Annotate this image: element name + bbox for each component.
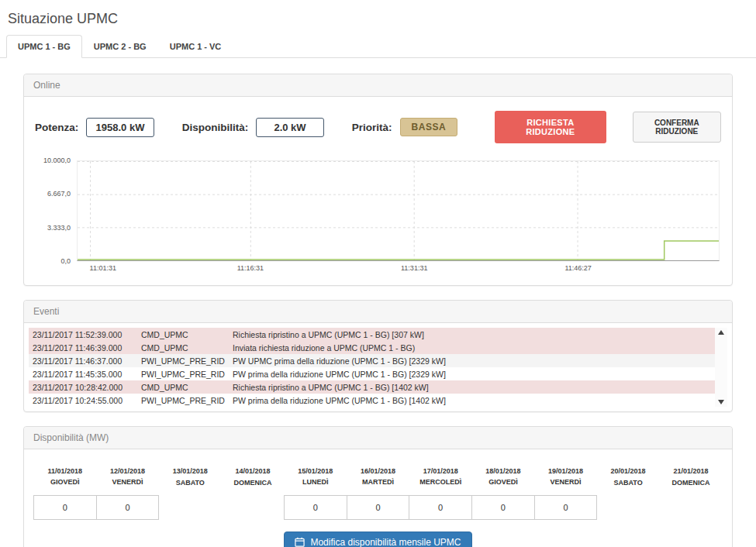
event-description: PW prima della riduzione UPMC (UPMC 1 - … — [229, 367, 715, 380]
event-code: CMD_UPMC — [137, 328, 229, 341]
day-name: MERCOLEDÌ — [411, 476, 471, 487]
day-name: LUNEDÌ — [285, 476, 345, 487]
online-panel: Online Potenza: 1958.0 kW Disponibilità:… — [23, 74, 733, 286]
day-header[interactable]: 20/01/2018SABATO — [597, 459, 660, 495]
chart-line-svg — [78, 161, 719, 260]
event-row: 23/11/2017 10:28:42.000CMD_UPMCRichiesta… — [29, 380, 715, 394]
disponibilita-table: 11/01/2018GIOVEDÌ12/01/2018VENERDÌ13/01/… — [33, 459, 723, 520]
potenza-value: 1958.0 kW — [86, 118, 154, 137]
day-value-cell[interactable]: 0 — [284, 495, 347, 519]
day-value-cell[interactable]: 0 — [34, 495, 97, 519]
day-header[interactable]: 13/01/2018SABATO — [159, 459, 222, 495]
day-name: MARTEDÌ — [348, 476, 408, 487]
day-header[interactable]: 17/01/2018MERCOLEDÌ — [409, 459, 472, 495]
day-date: 20/01/2018 — [599, 466, 658, 476]
event-code: PWI_UPMC_PRE_RID — [137, 394, 229, 407]
event-description: Richiesta ripristino a UPMC (UPMC 1 - BG… — [229, 380, 715, 394]
event-description: PW prima della riduzione UPMC (UPMC 1 - … — [229, 394, 715, 407]
x-tick-label: 11:16:31 — [237, 264, 264, 272]
day-date: 19/01/2018 — [536, 466, 595, 476]
day-date: 14/01/2018 — [223, 466, 283, 476]
priorita-label: Priorità: — [352, 122, 392, 133]
modifica-disponibilita-label: Modifica disponibilità mensile UPMC — [310, 537, 461, 547]
day-value-cell[interactable]: 0 — [409, 495, 472, 519]
potenza-label: Potenza: — [35, 122, 78, 133]
day-value-cell[interactable]: 0 — [534, 495, 597, 519]
day-value-cell[interactable]: 0 — [347, 495, 409, 519]
day-value-cell[interactable] — [660, 495, 723, 519]
event-row: 23/11/2017 10:24:55.000PWI_UPMC_PRE_RIDP… — [29, 394, 715, 407]
eventi-panel: Eventi 23/11/2017 11:52:39.000CMD_UPMCRi… — [23, 300, 733, 412]
chart-y-axis: 10.000,06.667,03.333,00,0 — [33, 160, 77, 261]
day-name: GIOVEDÌ — [36, 476, 95, 487]
modifica-disponibilita-button[interactable]: Modifica disponibilità mensile UPMC — [284, 532, 471, 547]
y-tick-label: 3.333,0 — [47, 224, 71, 232]
day-name: DOMENICA — [223, 477, 283, 488]
day-header[interactable]: 16/01/2018MARTEDÌ — [347, 459, 409, 495]
event-timestamp: 23/11/2017 11:46:37.000 — [29, 354, 137, 367]
day-name: SABATO — [161, 477, 220, 488]
main-content: Online Potenza: 1958.0 kW Disponibilità:… — [0, 58, 756, 547]
day-name: VENERDÌ — [98, 476, 157, 487]
day-value-cell[interactable]: 0 — [96, 495, 159, 519]
event-timestamp: 23/11/2017 10:28:42.000 — [29, 380, 137, 394]
event-code: PWI_UPMC_PRE_RID — [137, 354, 229, 367]
disponibilita-panel: Disponibilità (MW) 11/01/2018GIOVEDÌ12/0… — [23, 426, 733, 547]
x-tick-label: 11:31:31 — [401, 264, 427, 272]
event-code: CMD_UPMC — [137, 380, 229, 394]
disponibilita-label: Disponibilità: — [182, 122, 249, 133]
day-header[interactable]: 19/01/2018VENERDÌ — [534, 459, 597, 495]
tab-bar: UPMC 1 - BGUPMC 2 - BGUPMC 1 - VC — [0, 35, 756, 58]
event-timestamp: 23/11/2017 11:45:35.000 — [29, 367, 137, 380]
day-value-cell[interactable] — [159, 495, 222, 519]
day-header[interactable]: 15/01/2018LUNEDÌ — [284, 459, 347, 495]
event-description: PW UPMC prima della riduzione (UPMC 1 - … — [229, 354, 715, 367]
day-value-cell[interactable] — [222, 495, 285, 519]
event-row: 23/11/2017 11:52:39.000CMD_UPMCRichiesta… — [29, 328, 715, 341]
x-tick-label: 11:01:31 — [90, 264, 116, 272]
event-description: Inviata richiesta riduzione a UPMC (UPMC… — [229, 341, 715, 354]
disponibilita-value: 2.0 kW — [256, 118, 324, 137]
day-date: 17/01/2018 — [411, 466, 471, 476]
day-date: 18/01/2018 — [474, 466, 533, 476]
tab-upmc-1-vc[interactable]: UPMC 1 - VC — [158, 35, 233, 58]
events-scrollbar[interactable] — [715, 328, 727, 407]
event-timestamp: 23/11/2017 10:24:55.000 — [29, 394, 137, 407]
scroll-up-icon[interactable] — [718, 330, 724, 335]
chart-plot-area — [77, 160, 720, 261]
event-row: 23/11/2017 11:45:35.000PWI_UPMC_PRE_RIDP… — [29, 367, 715, 380]
event-code: CMD_UPMC — [137, 341, 229, 354]
event-code: PWI_UPMC_PRE_RID — [137, 367, 229, 380]
event-timestamp: 23/11/2017 11:46:39.000 — [29, 341, 137, 354]
day-header[interactable]: 14/01/2018DOMENICA — [222, 459, 285, 495]
tab-upmc-1-bg[interactable]: UPMC 1 - BG — [6, 35, 82, 58]
power-chart: 10.000,06.667,03.333,00,0 11:01:3111:16:… — [33, 160, 723, 276]
events-list: 23/11/2017 11:52:39.000CMD_UPMCRichiesta… — [24, 323, 732, 411]
calendar-icon — [295, 537, 305, 547]
eventi-panel-title: Eventi — [24, 301, 732, 323]
y-tick-label: 0,0 — [60, 257, 71, 265]
conferma-riduzione-button[interactable]: CONFERMA RIDUZIONE — [633, 112, 721, 143]
richiesta-riduzione-button[interactable]: RICHIESTA RIDUZIONE — [495, 111, 606, 143]
day-name: DOMENICA — [661, 477, 721, 488]
tab-upmc-2-bg[interactable]: UPMC 2 - BG — [82, 35, 158, 58]
day-header[interactable]: 11/01/2018GIOVEDÌ — [34, 459, 97, 495]
day-date: 21/01/2018 — [661, 466, 721, 476]
day-name: GIOVEDÌ — [474, 476, 533, 487]
event-timestamp: 23/11/2017 11:52:39.000 — [29, 328, 137, 341]
y-tick-label: 10.000,0 — [43, 157, 71, 164]
priorita-badge: BASSA — [400, 118, 458, 136]
day-date: 12/01/2018 — [98, 466, 157, 476]
online-controls: Potenza: 1958.0 kW Disponibilità: 2.0 kW… — [33, 105, 723, 145]
event-row: 23/11/2017 11:46:39.000CMD_UPMCInviata r… — [29, 341, 715, 354]
day-header[interactable]: 21/01/2018DOMENICA — [660, 459, 723, 495]
day-value-cell[interactable] — [597, 495, 660, 519]
day-value-cell[interactable]: 0 — [472, 495, 535, 519]
page-title: Situazione UPMC — [0, 0, 756, 35]
event-description: Richiesta ripristino a UPMC (UPMC 1 - BG… — [229, 328, 715, 341]
y-tick-label: 6.667,0 — [47, 190, 71, 198]
scroll-down-icon[interactable] — [718, 400, 724, 404]
day-header[interactable]: 18/01/2018GIOVEDÌ — [472, 459, 535, 495]
day-date: 13/01/2018 — [161, 466, 220, 476]
day-header[interactable]: 12/01/2018VENERDÌ — [96, 459, 159, 495]
